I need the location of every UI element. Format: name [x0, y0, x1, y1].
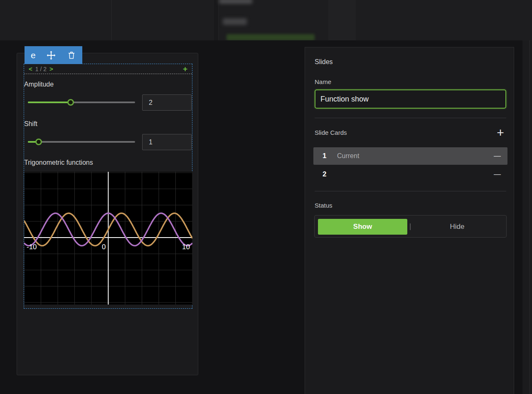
slides-properties-panel: Slides Name Slide Cards + 1 Current — 2 …: [305, 47, 514, 394]
slide-page-indicator: 1 / 2: [35, 66, 47, 72]
background-divider: [218, 0, 219, 40]
background-column-edge: [214, 0, 218, 40]
slider-knob[interactable]: [35, 139, 42, 145]
slide-name-input[interactable]: [315, 89, 506, 109]
add-card-button[interactable]: +: [493, 126, 508, 141]
remove-card-icon[interactable]: —: [494, 170, 501, 178]
dimmed-background: [0, 0, 532, 40]
background-column: [328, 0, 356, 40]
slider-knob[interactable]: [67, 99, 74, 106]
slide-cards-label: Slide Cards: [315, 129, 347, 136]
panel-title: Slides: [315, 58, 333, 66]
widget-preview-panel: e < 1 / 2 > +: [17, 53, 198, 375]
prev-slide-button[interactable]: <: [29, 65, 32, 72]
edit-button[interactable]: e: [31, 51, 36, 59]
amplitude-label: Amplitude: [24, 81, 54, 88]
slider-fill: [28, 102, 71, 103]
trash-icon[interactable]: [67, 51, 76, 60]
divider: [315, 191, 506, 191]
background-divider: [530, 40, 530, 394]
add-slide-icon[interactable]: +: [183, 65, 187, 73]
x-tick-label: -10: [27, 243, 37, 251]
status-toggle: Show Hide: [314, 215, 507, 238]
divider: [315, 118, 506, 118]
chart-canvas: -10010: [24, 172, 192, 305]
status-label: Status: [315, 202, 332, 209]
show-button[interactable]: Show: [318, 219, 407, 235]
shift-label: Shift: [24, 120, 37, 128]
card-current-badge: Current: [337, 152, 359, 160]
shift-slider[interactable]: [28, 139, 135, 145]
chart-title: Trigonometric functions: [24, 159, 93, 166]
move-icon[interactable]: [46, 50, 56, 60]
slide-card-row-1[interactable]: 1 Current —: [313, 147, 507, 165]
blurred-label: [223, 18, 247, 25]
slider-track[interactable]: [28, 141, 135, 143]
shift-value-input[interactable]: [142, 134, 192, 150]
next-slide-button[interactable]: >: [49, 65, 53, 72]
amplitude-slider[interactable]: [28, 99, 135, 106]
trig-functions-chart: -10010: [24, 172, 192, 305]
dimmed-background-right: [522, 40, 532, 394]
background-divider: [111, 0, 112, 40]
blurred-green-button: [227, 34, 315, 40]
slide-card-row-2[interactable]: 2 —: [313, 166, 507, 183]
editor-modal: e < 1 / 2 > +: [0, 40, 522, 394]
name-label: Name: [315, 78, 331, 85]
amplitude-value-input[interactable]: [142, 94, 192, 111]
x-tick-label: 10: [182, 243, 190, 251]
hide-button[interactable]: Hide: [411, 219, 504, 235]
card-number: 2: [323, 170, 328, 178]
x-tick-label: 0: [102, 243, 106, 251]
blurred-text: [219, 0, 252, 4]
card-number: 1: [323, 152, 328, 160]
remove-card-icon[interactable]: —: [494, 152, 501, 160]
widget-toolbar: e: [25, 46, 82, 64]
slide-pagination-bar: < 1 / 2 > +: [24, 64, 192, 74]
